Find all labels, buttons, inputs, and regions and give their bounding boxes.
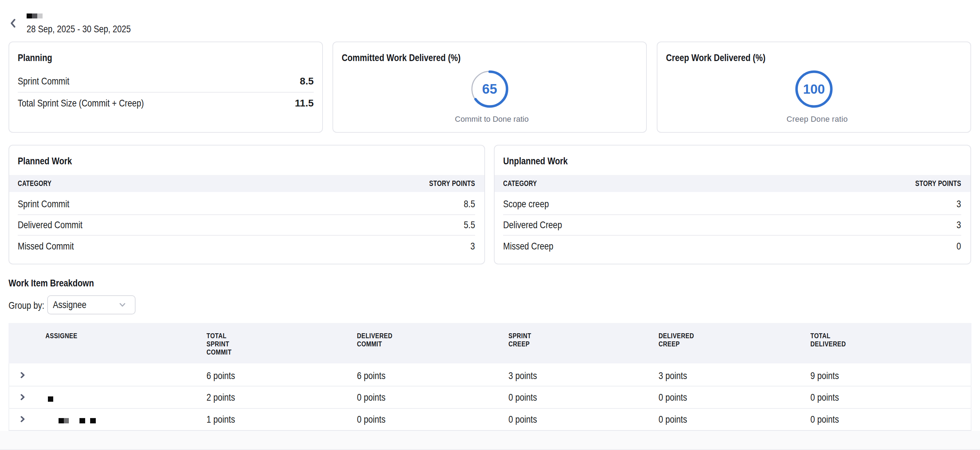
svg-text:100: 100	[803, 82, 825, 97]
svg-text:65: 65	[482, 82, 497, 97]
